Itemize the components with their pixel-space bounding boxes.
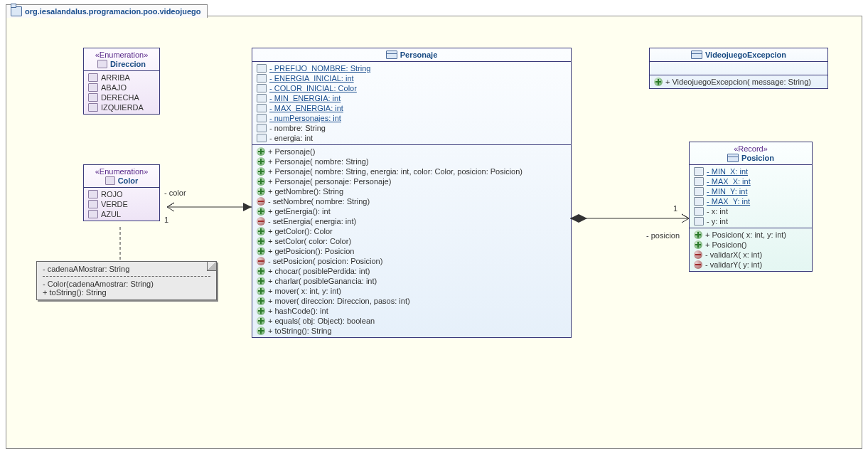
class-icon: [727, 154, 739, 162]
note-color[interactable]: - cadenaAMostrar: String - Color(cadenaA…: [36, 261, 217, 300]
attribute-label: - MAX_X: int: [707, 177, 751, 186]
list-item: - MAX_ENERGIA: int: [257, 103, 567, 113]
class-header: «Enumeration» Direccion: [84, 48, 159, 71]
attribute-label: - numPersonajes: int: [269, 114, 341, 122]
operation-label: + Personaje( personaje: Personaje): [268, 177, 391, 186]
attribute-label: - MIN_ENERGIA: int: [269, 94, 341, 102]
class-posicion[interactable]: «Record» Posicion - MIN_X: int- MAX_X: i…: [689, 142, 813, 272]
attributes-section: - MIN_X: int- MAX_X: int- MIN_Y: int- MA…: [690, 165, 812, 228]
class-excepcion[interactable]: VideojuegoExcepcion + VideojuegoExcepcio…: [649, 48, 828, 89]
attribute-icon: [694, 187, 704, 196]
visibility-public-icon: [257, 327, 265, 335]
list-item: - nombre: String: [257, 123, 567, 133]
attribute-icon: [257, 124, 267, 132]
operation-label: + chocar( posiblePerdida: int): [268, 267, 370, 275]
operation-label: + getEnergia(): int: [268, 207, 331, 216]
list-item: - setNombre( nombre: String): [257, 196, 567, 206]
class-name: Color: [118, 176, 139, 185]
list-item: - MIN_X: int: [694, 166, 808, 176]
literals-section: ARRIBA ABAJO DERECHA IZQUIERDA: [84, 71, 159, 114]
list-item: + hashCode(): int: [257, 306, 567, 316]
attribute-label: - COLOR_INICIAL: Color: [269, 84, 357, 92]
stereotype: «Enumeration»: [95, 167, 149, 176]
attribute-icon: [694, 207, 704, 216]
literal-icon: [88, 93, 98, 102]
class-icon: [691, 51, 702, 59]
literal-icon: [88, 73, 98, 82]
list-item: - MIN_ENERGIA: int: [257, 93, 567, 103]
visibility-public-icon: [257, 147, 265, 156]
list-item: - ENERGIA_INICIAL: int: [257, 73, 567, 83]
operation-label: + mover( x: int, y: int): [268, 287, 341, 295]
attribute-label: - MAX_ENERGIA: int: [269, 104, 343, 112]
attribute-label: - x: int: [707, 207, 728, 216]
attributes-section: [650, 62, 827, 75]
list-item: + mover( direccion: Direccion, pasos: in…: [257, 296, 567, 306]
attribute-icon: [257, 64, 267, 73]
list-item: + Personaje( nombre: String, energia: in…: [257, 166, 567, 176]
class-color[interactable]: «Enumeration» Color ROJO VERDE AZUL: [83, 164, 160, 221]
attribute-label: - MIN_Y: int: [707, 187, 747, 196]
operation-label: + Posicion( x: int, y: int): [705, 230, 786, 239]
attribute-icon: [257, 104, 267, 112]
list-item: + Posicion(): [694, 240, 808, 250]
list-item: - MIN_Y: int: [694, 186, 808, 196]
class-direccion[interactable]: «Enumeration» Direccion ARRIBA ABAJO DER…: [83, 48, 160, 115]
visibility-public-icon: [257, 297, 265, 305]
attributes-section: - PREFIJO_NOMBRE: String- ENERGIA_INICIA…: [252, 62, 571, 145]
list-item: + Personaje( personaje: Personaje): [257, 176, 567, 186]
operation-label: + setColor( color: Color): [268, 237, 351, 245]
class-header: Personaje: [252, 48, 571, 62]
list-item: + setColor( color: Color): [257, 236, 567, 246]
attribute-icon: [694, 197, 704, 206]
enum-icon: [97, 60, 107, 68]
literal-icon: [88, 200, 98, 208]
visibility-public-icon: [654, 78, 663, 86]
visibility-private-icon: [257, 197, 265, 206]
list-item: - MAX_Y: int: [694, 196, 808, 206]
operation-label: + mover( direccion: Direccion, pasos: in…: [268, 297, 410, 305]
visibility-public-icon: [257, 287, 265, 295]
list-item: VERDE: [88, 199, 155, 209]
visibility-public-icon: [257, 317, 265, 325]
visibility-public-icon: [257, 167, 265, 176]
list-item: - setPosicion( posicion: Posicion): [257, 256, 567, 266]
operation-label: + getColor(): Color: [268, 227, 333, 235]
class-name: Posicion: [741, 154, 774, 162]
stereotype: «Enumeration»: [95, 51, 149, 59]
list-item: + equals( obj: Object): boolean: [257, 316, 567, 326]
visibility-public-icon: [257, 227, 265, 235]
package-name: org.iesalandalus.programacion.poo.videoj…: [25, 7, 201, 16]
svg-marker-1: [243, 203, 252, 211]
package-icon: [11, 6, 22, 16]
attribute-label: - nombre: String: [269, 124, 326, 132]
operation-label: - setNombre( nombre: String): [268, 197, 370, 206]
class-personaje[interactable]: Personaje - PREFIJO_NOMBRE: String- ENER…: [252, 48, 572, 338]
visibility-private-icon: [257, 257, 265, 265]
operations-section: + Personaje()+ Personaje( nombre: String…: [252, 145, 571, 337]
list-item: + getPosicion(): Posicion: [257, 246, 567, 256]
list-item: - energia: int: [257, 133, 567, 143]
list-item: ARRIBA: [88, 73, 155, 83]
attribute-label: - energia: int: [269, 134, 313, 142]
attribute-label: - MIN_X: int: [707, 167, 748, 176]
literal-icon: [88, 190, 98, 198]
visibility-private-icon: [694, 250, 702, 259]
attribute-icon: [257, 84, 267, 92]
attribute-icon: [257, 94, 267, 102]
attribute-label: - MAX_Y: int: [707, 197, 750, 206]
assoc-mult-label: 1: [164, 216, 168, 224]
operation-label: - validarY( y: int): [705, 260, 762, 269]
visibility-public-icon: [257, 177, 265, 186]
attribute-icon: [257, 134, 267, 142]
list-item: + Personaje( nombre: String): [257, 157, 567, 166]
list-item: - COLOR_INICIAL: Color: [257, 83, 567, 93]
package-body: «Enumeration» Direccion ARRIBA ABAJO DER…: [6, 16, 862, 449]
class-name: Direccion: [110, 60, 146, 68]
literal-icon: [88, 210, 98, 218]
operation-label: - setPosicion( posicion: Posicion): [268, 257, 382, 265]
svg-marker-3: [570, 214, 587, 223]
list-item: - setEnergia( energia: int): [257, 216, 567, 226]
operation-label: + toString(): String: [268, 327, 332, 335]
list-item: + getEnergia(): int: [257, 206, 567, 216]
